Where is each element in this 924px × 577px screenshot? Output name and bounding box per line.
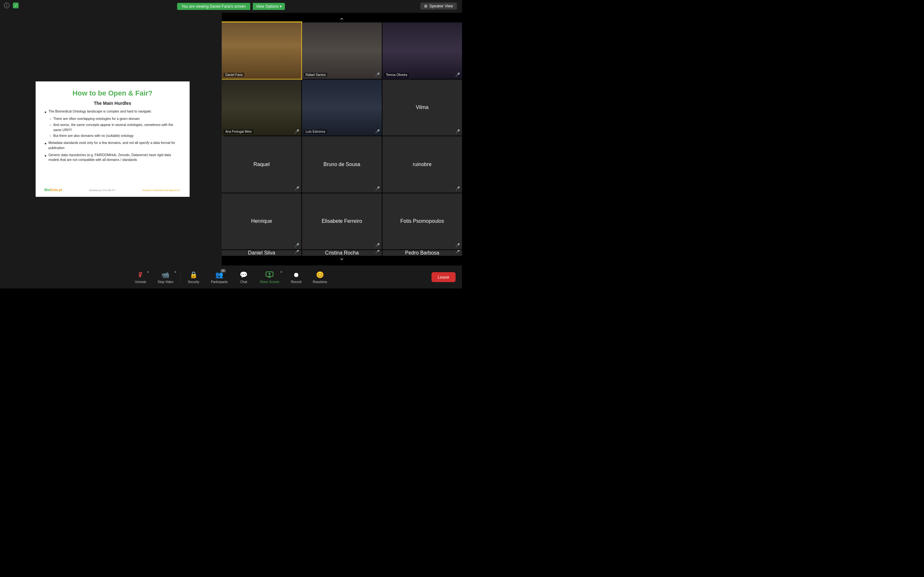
bullet-3: ● Generic data repositories (e.g. FAIRDO… [45,153,181,163]
participants-button[interactable]: 👥 30 Participants [205,268,233,285]
participant-cell-rafael-santos: Rafael Santos 🎤 [302,23,381,79]
mute-icon-elisabete: 🎤 [375,243,380,247]
participant-cell-vilma: Vilma 🎤 [383,79,462,136]
mute-icon-ruinobre: 🎤 [455,186,460,191]
toolbar: ▲ 🎙 ∕ Unmute ▲ 📹 Stop Video 🔒 Security 👥… [0,266,462,288]
participant-name-rafael-santos: Rafael Santos [304,73,327,77]
share-screen-label: Share Screen [260,280,279,284]
view-options-label: View Options [256,4,278,9]
participants-panel: ⌃ Daniel Faria Rafael Santos 🎤 Teresa Ol… [222,13,462,266]
mute-icon-pedro: 🎤 [455,250,460,254]
sub-bullet-circle: ○ [50,117,51,121]
scroll-up-button[interactable]: ⌃ [333,15,351,26]
participant-cell-bruno: Bruno de Sousa 🎤 [302,136,381,193]
participant-cell-ana-portugal: Ana Portugal Melo 🎤 [222,79,301,136]
mute-icon-teresa: 🎤 [455,73,460,77]
participant-name-bruno: Bruno de Sousa [323,161,360,167]
stop-video-button[interactable]: ▲ 📹 Stop Video [152,268,179,285]
participant-cell-henrique: Henrique 🎤 [222,193,301,250]
participant-name-fotis: Fotis Psomopoulos [401,218,444,224]
participant-name-ana-portugal: Ana Portugal Melo [224,129,253,134]
unmute-label: Unmute [135,280,146,284]
biodata-logo: BioData.pt [45,188,62,192]
participant-cell-raquel: Raquel 🎤 [222,136,301,193]
participant-cell-teresa-oliveira: Teresa Oliveira 🎤 [383,23,462,79]
participant-cell-daniel-silva: Daniel Silva 🎤 [222,250,301,256]
screen-share-banner: You are viewing Daniel Faria's screen Vi… [177,3,285,10]
video-grid: Daniel Faria Rafael Santos 🎤 Teresa Oliv… [222,23,462,256]
mute-icon-raquel: 🎤 [294,186,299,191]
sub-bullet-circle: ○ [50,134,51,139]
participant-name-elisabete: Elisabete Ferreiro [321,218,362,224]
slide-footer: BioData.pt BioData.pt | ELIXIR PT Ready … [45,188,181,192]
slide-bullets: ● The Biomedical Ontology landscape is c… [45,109,181,182]
mute-icon-vilma: 🎤 [455,129,460,134]
security-label: Security [188,280,199,284]
security-shield-icon: ✓ [13,3,19,8]
sub-bullet-1: ○ There are often overlapping ontologies… [50,116,181,121]
slide-footer-right: Ready for BioData Management? [142,189,181,192]
slide-frame: How to be Open & Fair? The Main Hurdles … [36,81,190,197]
reactions-icon: 😊 [315,270,325,279]
share-screen-button[interactable]: ▲ Share Screen [254,268,285,285]
participant-name-raquel: Raquel [254,161,270,167]
chat-button[interactable]: 💬 Chat [234,268,254,285]
mute-icon-henrique: 🎤 [294,243,299,247]
bullet-dot: ● [45,110,47,115]
slide-subtitle: The Main Hurdles [45,101,181,106]
main-content: How to be Open & Fair? The Main Hurdles … [0,13,462,266]
mute-icon-rafael: 🎤 [375,73,380,77]
participant-name-luis-estronca: Luís Estronca [304,129,326,134]
top-left-icons: ℹ ✓ [4,3,19,8]
grid-icon: ⊞ [424,4,427,8]
mute-icon-luis: 🎤 [375,129,380,134]
slide-area: How to be Open & Fair? The Main Hurdles … [0,13,222,266]
participant-name-daniel-faria: Daniel Faria [224,73,244,77]
reactions-label: Reactions [313,280,327,284]
view-options-button[interactable]: View Options ▾ [253,3,285,10]
sub-bullet-circle: ○ [50,123,51,133]
mute-icon-fotis: 🎤 [455,243,460,247]
security-button[interactable]: 🔒 Security [182,268,205,285]
unmute-caret[interactable]: ▲ [147,270,150,273]
slide-title: How to be Open & Fair? [45,89,181,97]
info-icon: ℹ [4,3,10,8]
top-bar: ℹ ✓ You are viewing Daniel Faria's scree… [0,0,462,13]
mute-icon-cristina: 🎤 [375,250,380,254]
mute-icon-daniel-silva: 🎤 [294,250,299,254]
participant-cell-elisabete: Elisabete Ferreiro 🎤 [302,193,381,250]
chevron-down-icon: ▾ [280,4,282,9]
scroll-down-button[interactable]: ⌄ [333,253,351,263]
sub-bullet-3: ○ But there are also domains with no (su… [50,133,181,139]
participant-cell-pedro: Pedro Barbosa 🎤 [383,250,462,256]
participant-name-henrique: Henrique [251,218,272,224]
participant-name-teresa-oliveira: Teresa Oliveira [384,73,409,77]
chat-icon: 💬 [239,270,248,279]
participant-cell-ruinobre: ruinobre 🎤 [383,136,462,193]
participant-cell-daniel-faria: Daniel Faria [222,23,301,79]
share-screen-caret[interactable]: ▲ [280,270,283,273]
bullet-2: ● Metadata standards exist only for a fe… [45,140,181,151]
record-button[interactable]: ⏺ Record [285,268,307,285]
speaker-view-button[interactable]: ⊞ Speaker View [420,3,457,10]
participant-cell-luis-estronca: Luís Estronca 🎤 [302,79,381,136]
security-icon: 🔒 [189,270,198,279]
unmute-button[interactable]: ▲ 🎙 ∕ Unmute [129,268,152,285]
bullet-dot: ● [45,141,47,151]
participant-cell-fotis: Fotis Psomopoulos 🎤 [383,193,462,250]
camera-icon: 📹 [161,270,170,279]
stop-video-caret[interactable]: ▲ [174,270,176,273]
participant-name-vilma: Vilma [416,105,429,110]
record-icon: ⏺ [292,270,300,279]
slide-footer-mid: BioData.pt | ELIXIR PT [89,189,115,192]
share-screen-icon [265,270,274,279]
bullet-dot: ● [45,153,47,163]
participants-icon: 👥 30 [215,270,224,279]
chat-label: Chat [240,280,247,284]
mute-icon-ana: 🎤 [294,129,299,134]
bullet-1: ● The Biomedical Ontology landscape is c… [45,109,181,115]
participant-name-ruinobre: ruinobre [413,161,432,167]
leave-button[interactable]: Leave [431,272,456,282]
participant-name-pedro: Pedro Barbosa [405,250,439,256]
reactions-button[interactable]: 😊 Reactions [307,268,333,285]
